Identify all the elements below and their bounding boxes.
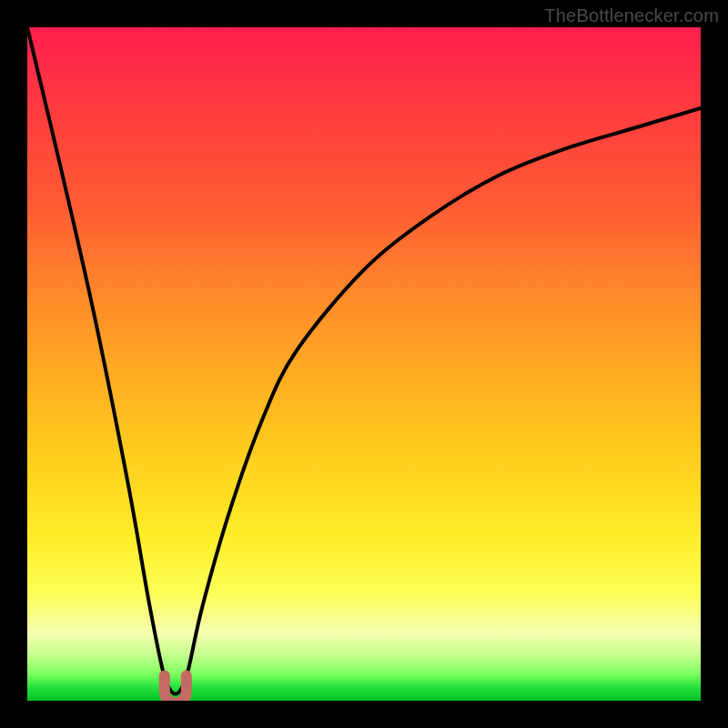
chart-frame: TheBottlenecker.com: [0, 0, 728, 728]
curve-layer: [27, 27, 701, 701]
series-bottleneck-curve: [27, 27, 701, 694]
min-marker: [165, 676, 187, 701]
plot-area: [27, 27, 701, 701]
watermark-text: TheBottlenecker.com: [544, 5, 719, 26]
